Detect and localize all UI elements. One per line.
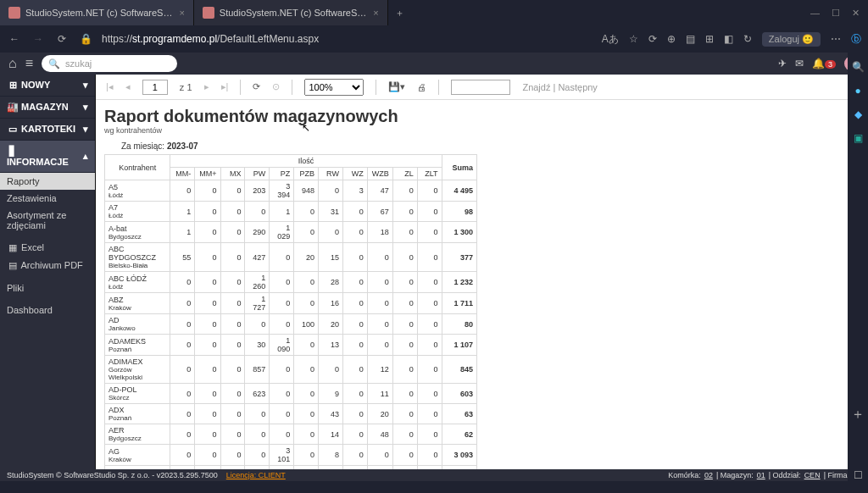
close-icon[interactable]: × <box>179 8 184 18</box>
page-input[interactable] <box>142 80 168 95</box>
sidebar-dashboard[interactable]: Dashboard <box>0 302 95 319</box>
warehouse-icon: 🏭 <box>7 102 19 113</box>
col-ZLT: ZLT <box>417 168 442 180</box>
star-icon[interactable]: ☆ <box>629 33 638 45</box>
browser-tab-1[interactable]: StudioSystem.NET (c) SoftwareS… × <box>0 0 194 25</box>
license-link[interactable]: Licencja: CLIENT <box>226 471 286 479</box>
close-icon[interactable]: × <box>373 8 378 18</box>
prev-page-icon[interactable]: ◂ <box>125 81 131 92</box>
find-input[interactable] <box>451 80 510 95</box>
edge-office-icon[interactable]: ▣ <box>854 132 863 144</box>
more-icon[interactable]: ⋯ <box>831 33 841 45</box>
login-button[interactable]: Zaloguj 🙂 <box>762 32 821 47</box>
pdf-icon: ▤ <box>7 260 19 271</box>
maximize-icon[interactable]: ☐ <box>832 8 840 19</box>
report-toolbar: |◂ ◂ z 1 ▸ ▸| ⟳ ⊙ 100% 💾▾ 🖨 Znajdź | Nas… <box>96 75 868 100</box>
app-footer: StudioSystem © SoftwareStudio Sp. z o.o.… <box>0 469 868 481</box>
back-parent-icon[interactable]: ⊙ <box>272 81 280 92</box>
refresh-report-icon[interactable]: ⟳ <box>253 81 260 92</box>
col-MX: MX <box>220 168 245 180</box>
search-input[interactable]: 🔍 szukaj <box>42 55 177 72</box>
sidebar-zestawienia[interactable]: Zestawienia <box>0 190 95 207</box>
chevron-down-icon: ▾ <box>83 124 88 135</box>
col-WZ: WZ <box>342 168 367 180</box>
edge-chat-icon[interactable]: ● <box>854 85 860 97</box>
sidebar-raporty[interactable]: Raporty <box>0 173 95 190</box>
table-row: AGKraków00003 1010800003 093 <box>105 445 477 466</box>
sidebar-archiwum[interactable]: ▤ Archiwum PDF <box>0 257 95 274</box>
print-icon[interactable]: 🖨 <box>417 82 426 92</box>
favorites-icon[interactable]: ⊕ <box>667 33 676 45</box>
sidebar-kartoteki[interactable]: ▭ KARTOTEKI▾ <box>0 119 95 141</box>
tab-favicon <box>8 7 20 19</box>
cards-icon: ▭ <box>7 124 19 135</box>
content-area: |◂ ◂ z 1 ▸ ▸| ⟳ ⊙ 100% 💾▾ 🖨 Znajdź | Nas… <box>95 75 868 469</box>
save-icon[interactable]: 💾▾ <box>388 81 405 92</box>
table-row: AD-POLSkórcz00062300901100603 <box>105 384 477 404</box>
url-field[interactable]: https://st.programdemo.pl/DefaultLeftMen… <box>102 33 319 45</box>
bing-icon[interactable]: ⓑ <box>851 32 861 47</box>
sidebar-pliki[interactable]: Pliki <box>0 280 95 296</box>
col-PW: PW <box>245 168 270 180</box>
info-icon: ▋ <box>7 146 19 157</box>
table-row: AERBydgoszcz000000140480062 <box>105 424 477 445</box>
extensions2-icon[interactable]: ◧ <box>724 33 733 45</box>
last-page-icon[interactable]: ▸| <box>221 81 229 92</box>
sidebar-asortyment[interactable]: Asortyment ze zdjęciami <box>0 207 95 234</box>
col-MM+: MM+ <box>195 168 220 180</box>
table-row: AGAŚroda00008101300000797 <box>105 466 477 470</box>
table-row: A7Łódź100010310670098 <box>105 202 477 222</box>
table-row: ADJankowo0000010020000080 <box>105 314 477 335</box>
collections-icon[interactable]: ▤ <box>686 33 695 45</box>
browser-tab-2[interactable]: StudioSystem.NET (c) SoftwareS… × <box>194 0 388 25</box>
browser-addressbar: ← → ⟳ 🔒 https://st.programdemo.pl/Defaul… <box>0 25 868 53</box>
extensions-icon[interactable]: ⊞ <box>705 33 714 45</box>
back-icon[interactable]: ← <box>7 33 22 45</box>
edge-plus-icon[interactable]: ＋ <box>851 406 865 424</box>
col-PZ: PZ <box>270 168 294 180</box>
report-body: Raport dokumentów magazynowych wg kontra… <box>96 100 868 469</box>
mail-icon[interactable]: ✉ <box>795 58 804 69</box>
zoom-select[interactable]: 100% <box>304 79 364 96</box>
sidebar-excel[interactable]: ▦ Excel <box>0 239 95 257</box>
edge-search-icon[interactable]: 🔍 <box>852 61 865 73</box>
new-tab-button[interactable]: ＋ <box>388 7 411 19</box>
read-aloud-icon[interactable]: Aあ <box>602 32 619 47</box>
refresh-icon[interactable]: ⟳ <box>54 33 70 45</box>
col-MM-: MM- <box>170 168 195 180</box>
lock-icon: 🔒 <box>78 33 93 45</box>
find-hint: Znajdź | Następny <box>522 82 597 92</box>
col-PZB: PZB <box>294 168 319 180</box>
col-suma: Suma <box>442 155 476 180</box>
history-icon[interactable]: ↻ <box>743 33 752 45</box>
edge-discover-icon[interactable]: ◆ <box>854 108 862 120</box>
report-table: Kontrahent Ilość Suma MM-MM+MXPWPZPZBRWW… <box>104 154 477 469</box>
col-group: Ilość <box>170 155 442 168</box>
col-ZL: ZL <box>392 168 417 180</box>
send-icon[interactable]: ✈ <box>778 58 787 69</box>
report-month: Za miesiąc: 2023-07 <box>121 141 860 151</box>
app-topbar: ⌂ ≡ 🔍 szukaj ✈ ✉ 🔔3 <box>0 53 868 75</box>
edge-settings-icon[interactable]: ☐ <box>854 469 863 481</box>
first-page-icon[interactable]: |◂ <box>106 81 114 92</box>
report-subtitle: wg kontrahentów <box>104 126 860 135</box>
next-page-icon[interactable]: ▸ <box>204 81 209 92</box>
sidebar-nowy[interactable]: ⊞ NOWY▾ <box>0 75 95 97</box>
footer-left: StudioSystem © SoftwareStudio Sp. z o.o.… <box>7 471 218 479</box>
sidebar-informacje[interactable]: ▋ INFORMACJE▴ <box>0 141 95 173</box>
search-icon: 🔍 <box>48 58 60 69</box>
table-row: ABC BYDGOSZCZBielsko-Biała55004270201500… <box>105 243 477 272</box>
chevron-down-icon: ▾ <box>83 80 88 91</box>
home-icon[interactable]: ⌂ <box>8 56 17 71</box>
minimize-icon[interactable]: — <box>810 8 820 19</box>
menu-icon[interactable]: ≡ <box>25 56 33 71</box>
chevron-down-icon: ▾ <box>83 102 88 113</box>
tab-title: StudioSystem.NET (c) SoftwareS… <box>25 8 172 18</box>
forward-icon[interactable]: → <box>31 33 46 45</box>
tab-favicon <box>203 7 214 19</box>
col-WZB: WZB <box>367 168 392 180</box>
notifications[interactable]: 🔔3 <box>812 58 836 69</box>
sync-icon[interactable]: ⟳ <box>648 33 657 45</box>
close-window-icon[interactable]: ✕ <box>852 8 860 19</box>
sidebar-magazyn[interactable]: 🏭 MAGAZYN▾ <box>0 97 95 119</box>
